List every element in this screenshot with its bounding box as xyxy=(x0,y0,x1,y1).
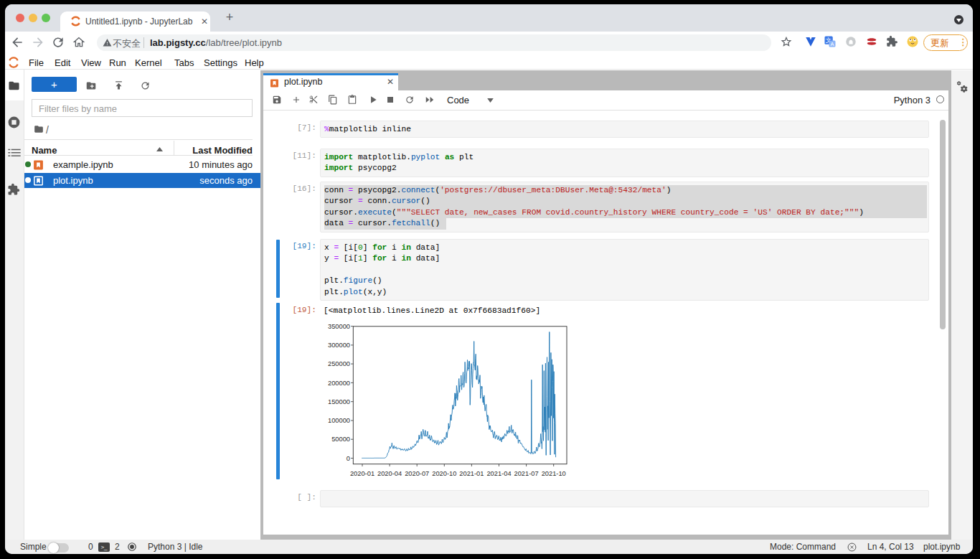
svg-text:350000: 350000 xyxy=(328,323,350,330)
svg-text:2020-01: 2020-01 xyxy=(350,470,374,477)
svg-text:0: 0 xyxy=(347,455,350,462)
svg-text:300000: 300000 xyxy=(328,342,350,349)
svg-text:2020-07: 2020-07 xyxy=(405,470,429,477)
svg-text:2021-10: 2021-10 xyxy=(542,470,566,477)
svg-text:50000: 50000 xyxy=(331,436,350,443)
svg-text:A: A xyxy=(830,41,834,47)
svg-text:200000: 200000 xyxy=(328,380,350,387)
svg-text:100000: 100000 xyxy=(328,417,350,424)
svg-text:150000: 150000 xyxy=(328,398,350,405)
svg-text:2020-04: 2020-04 xyxy=(377,470,402,477)
svg-text:250000: 250000 xyxy=(328,360,350,367)
svg-text:2021-07: 2021-07 xyxy=(514,470,539,477)
svg-text:2021-04: 2021-04 xyxy=(486,470,511,477)
svg-text:2020-10: 2020-10 xyxy=(432,470,456,477)
svg-text:2021-01: 2021-01 xyxy=(459,470,484,477)
